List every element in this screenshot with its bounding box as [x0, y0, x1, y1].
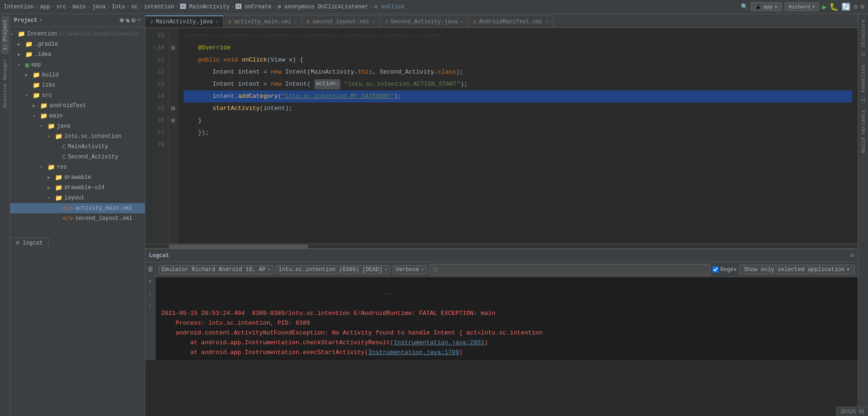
- line-num-24: 24: [145, 90, 168, 102]
- window-controls-icon[interactable]: ⊞: [861, 3, 864, 11]
- logcat-tab-button[interactable]: ≡ logcat: [10, 238, 49, 248]
- tree-item-main[interactable]: ▾ 📁 main: [10, 111, 145, 121]
- sidebar-item-project[interactable]: 1: Project: [1, 16, 9, 54]
- clear-logcat-icon[interactable]: 🗑: [146, 264, 155, 274]
- tree-item-second-layout[interactable]: ▶ ≺/≻ second_layout.xml: [10, 213, 145, 224]
- breadcrumb-intu[interactable]: Intu: [112, 4, 125, 10]
- tab-close-second-layout[interactable]: ✕: [372, 19, 375, 25]
- show-only-selected-dropdown[interactable]: Show only selected application ▾: [739, 265, 855, 274]
- code-content[interactable]: ········································…: [178, 28, 858, 244]
- breadcrumb-app[interactable]: app: [40, 4, 50, 10]
- tab-xml-icon3: X: [473, 19, 476, 25]
- tree-label: Second_Activity: [68, 154, 118, 160]
- panel-settings-icon[interactable]: ⚙: [851, 252, 854, 259]
- breadcrumb-mainactivity[interactable]: 🅼 MainActivity: [180, 3, 230, 10]
- debug-button[interactable]: 🐛: [829, 2, 839, 12]
- tree-item-idea[interactable]: ▶ 📁 .idea: [10, 49, 145, 60]
- search-icon[interactable]: 🔍: [741, 3, 748, 10]
- scroll-thumb[interactable]: [169, 245, 308, 248]
- scroll-end-icon[interactable]: ⬇: [147, 276, 153, 287]
- tree-item-layout[interactable]: ▾ 📁 layout: [10, 193, 145, 203]
- tree-item-java[interactable]: ▾ 📁 java: [10, 121, 145, 131]
- tree-item-mainactivity[interactable]: ▶ C MainActivity: [10, 142, 145, 152]
- gutter-26[interactable]: ⊟: [169, 115, 178, 127]
- tab-xml-icon: X: [228, 19, 231, 25]
- tree-item-gradle[interactable]: ▶ 📁 .gradle: [10, 39, 145, 49]
- minimize-icon[interactable]: ─: [137, 16, 141, 24]
- tab-java-icon2: J: [385, 19, 388, 25]
- logcat-tab-label: logcat: [22, 240, 42, 246]
- tab-close-mainactivity[interactable]: ✕: [216, 19, 218, 25]
- sidebar-item-resource-manager[interactable]: Resource Manager: [1, 55, 9, 112]
- code-line-25: }: [183, 115, 852, 127]
- regex-checkbox[interactable]: [712, 266, 719, 273]
- horizontal-scrollbar[interactable]: [145, 244, 858, 248]
- breadcrumb-java[interactable]: java: [92, 4, 106, 10]
- scroll-up-icon[interactable]: ↑: [147, 289, 153, 299]
- tab-mainactivity[interactable]: J MainActivity.java ✕: [145, 15, 224, 27]
- tab-close-manifest[interactable]: ✕: [545, 19, 548, 25]
- breadcrumb-main[interactable]: main: [73, 4, 86, 10]
- project-title: Project: [14, 17, 37, 24]
- tree-label: res: [57, 164, 67, 170]
- settings-icon[interactable]: ⚙: [131, 16, 135, 24]
- sync-button[interactable]: 🔄: [841, 2, 851, 12]
- tab-manifest[interactable]: X AndroidManifest.xml ✕: [468, 15, 553, 27]
- log-level-dropdown[interactable]: Verbose ▾: [393, 265, 427, 274]
- code-line-28: [183, 151, 852, 163]
- tree-item-activity-main[interactable]: ▶ ≺/≻ activity_main.xml: [10, 203, 145, 213]
- tree-item-drawable[interactable]: ▶ 📁 drawable: [10, 172, 145, 183]
- run-config-button[interactable]: 📱 app ▾: [751, 2, 781, 11]
- scroll-down-icon[interactable]: ↓: [147, 301, 153, 311]
- project-dropdown-icon[interactable]: ▾: [39, 17, 42, 23]
- device-dropdown[interactable]: Emulator Richard Android 10, AP ▾: [158, 265, 273, 274]
- breadcrumb-src[interactable]: src: [56, 4, 67, 10]
- tab-activity-main[interactable]: X activity_main.xml ✕: [224, 15, 302, 27]
- sidebar-item-build-variants[interactable]: Build Variants: [860, 106, 867, 157]
- logcat-search-input[interactable]: [429, 264, 711, 275]
- tree-item-intention[interactable]: ▾ 📁 Intention D:\Android_studio\Intentio: [10, 29, 145, 39]
- logcat-title: Logcat: [149, 252, 169, 259]
- project-header-icons: ⊕ ⇅ ⚙ ─: [120, 16, 141, 24]
- package-dropdown[interactable]: lntu.sc.intention (8389) [DEAD] ▾: [275, 265, 390, 274]
- sort-icon[interactable]: ⇅: [126, 16, 129, 24]
- tab-close-second-activity[interactable]: ✕: [461, 19, 463, 25]
- breadcrumb-oncreate[interactable]: 🅼 onCreate: [236, 3, 271, 10]
- run-button[interactable]: ▶: [822, 2, 827, 12]
- tree-label: src: [42, 92, 52, 99]
- breadcrumb-intention2[interactable]: intention: [144, 4, 174, 10]
- breadcrumb-intention[interactable]: Intention: [4, 4, 34, 10]
- settings-icon[interactable]: ⚙: [854, 3, 857, 11]
- code-line-21: Intent intent = new Intent(MainActivity.…: [183, 66, 852, 78]
- bottom-left-icons: 🗑 ⬇ ↑ ↓: [145, 262, 156, 360]
- gutter-25[interactable]: ⊟: [169, 102, 178, 115]
- tree-item-package[interactable]: ▾ 📁 lntu.sc.intention: [10, 131, 145, 142]
- regex-checkbox-label[interactable]: Regex: [712, 266, 737, 273]
- tree-item-res[interactable]: ▾ 📁 res: [10, 162, 145, 172]
- breadcrumb-listener[interactable]: ⚙ anonymous OnClickListener: [278, 3, 368, 10]
- tree-item-build[interactable]: ▶ 📁 build: [10, 70, 145, 80]
- code-line-26: });: [183, 127, 852, 139]
- gutter-20[interactable]: ⊟: [169, 42, 178, 54]
- tree-item-drawable-v24[interactable]: ▶ 📁 drawable-v24: [10, 183, 145, 193]
- tree-item-libs[interactable]: ▶ 📁 libs: [10, 80, 145, 90]
- tab-label: AndroidManifest.xml: [479, 19, 542, 25]
- breadcrumb-onclick[interactable]: ⚙ onClick: [374, 3, 405, 10]
- tree-item-secondactivity[interactable]: ▶ C Second_Activity: [10, 152, 145, 162]
- tab-second-activity[interactable]: J Second_Activity.java ✕: [380, 15, 468, 27]
- sidebar-item-structure[interactable]: 2: Structure: [860, 16, 867, 60]
- tree-item-app[interactable]: ▾ ▣ app: [10, 60, 145, 70]
- tab-close-activity-main[interactable]: ✕: [294, 19, 297, 25]
- code-line-22: Intent intent = new Intent( action: "lnt…: [183, 78, 852, 90]
- tree-label: drawable: [64, 174, 91, 181]
- log-line-4: at android.app.Instrumentation.checkStar…: [161, 338, 852, 348]
- log-line-3: android.content.ActivityNotFoundExceptio…: [161, 328, 852, 338]
- user-button[interactable]: Richard ▾: [785, 2, 820, 11]
- tree-item-androidtest[interactable]: ▶ 📁 androidTest: [10, 101, 145, 111]
- tree-item-src[interactable]: ▾ 📁 src: [10, 90, 145, 101]
- locate-icon[interactable]: ⊕: [120, 16, 123, 24]
- tree-label: libs: [42, 82, 55, 89]
- sidebar-item-z-favorites[interactable]: Z: Favorites: [860, 61, 867, 105]
- breadcrumb-sc[interactable]: sc: [131, 4, 138, 10]
- tab-second-layout[interactable]: X second_layout.xml ✕: [302, 15, 380, 27]
